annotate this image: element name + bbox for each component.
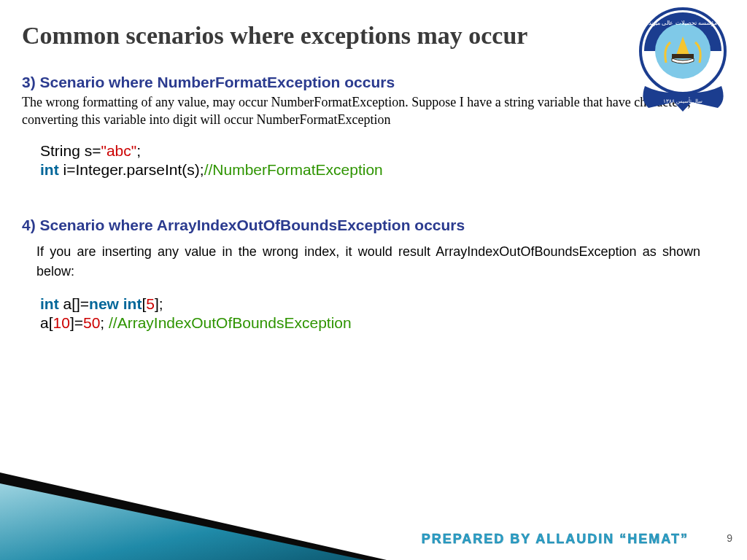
code-text: ]= xyxy=(70,314,83,331)
svg-rect-2 xyxy=(672,54,694,58)
section-4-heading: 4) Scenario where ArrayIndexOutOfBoundsE… xyxy=(0,180,747,236)
code-comment: //ArrayIndexOutOfBoundsException xyxy=(109,314,352,331)
code-text: a[]= xyxy=(59,295,89,312)
code-string: "abc" xyxy=(101,142,136,159)
section-4-text: If you are inserting any value in the wr… xyxy=(0,236,729,281)
footer-credit: PREPARED BY ALLAUDIN “HEMAT” xyxy=(422,532,689,547)
code-text: ]; xyxy=(155,295,163,312)
logo-top-text: مؤسسه تحصیلات عالی میوند xyxy=(649,20,717,26)
code-text: String s= xyxy=(40,142,101,159)
code-text: i=Integer.parseInt(s); xyxy=(59,161,204,178)
institution-logo: مؤسسه تحصیلات عالی میوند سال تأسیس ۱۳۸۶ xyxy=(634,6,732,119)
section-3-text: The wrong formatting of any value, may o… xyxy=(0,93,729,129)
code-keyword: int xyxy=(40,161,59,178)
page-number: 9 xyxy=(727,532,732,544)
code-number: 50 xyxy=(83,314,100,331)
code-text: ; xyxy=(136,142,141,159)
svg-marker-4 xyxy=(0,483,365,560)
code-text: a[ xyxy=(40,314,53,331)
code-number: 5 xyxy=(146,295,155,312)
code-keyword: new int xyxy=(89,295,142,312)
slide-title: Common scenarios where exceptions may oc… xyxy=(0,0,620,52)
code-number: 10 xyxy=(53,314,70,331)
code-keyword: int xyxy=(40,295,59,312)
section-4-code: int a[]=new int[5]; a[10]=50; //ArrayInd… xyxy=(0,281,747,333)
section-3-code: String s="abc"; int i=Integer.parseInt(s… xyxy=(0,128,747,180)
code-comment: //NumberFormatException xyxy=(204,161,383,178)
svg-marker-3 xyxy=(0,472,387,560)
code-text: ; xyxy=(100,314,109,331)
